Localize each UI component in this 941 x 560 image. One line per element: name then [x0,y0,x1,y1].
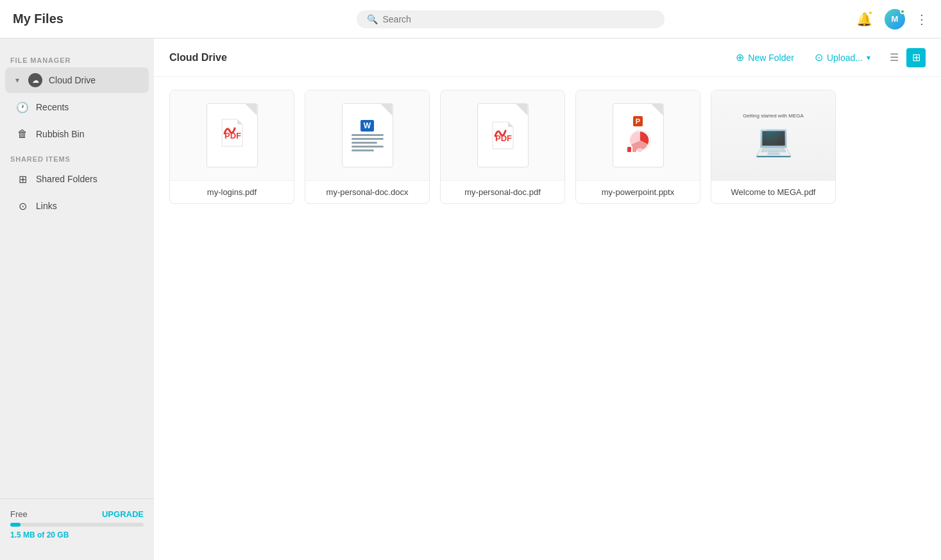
sidebar-item-cloud-drive[interactable]: ▾ ☁ Cloud Drive [5,67,149,93]
chevron-down-icon: ▾ [15,76,19,85]
more-options-button[interactable]: ⋮ [915,12,928,27]
ppt-badge: P [633,116,643,126]
file-card[interactable]: P [575,90,700,204]
sidebar-item-label: Cloud Drive [49,75,96,85]
grid-view-button[interactable]: ⊞ [906,48,926,67]
ppt-chart-icon [622,129,654,155]
pdf-icon: PDF [477,103,529,167]
search-bar: 🔍 [357,10,665,28]
file-name: my-personal-doc.docx [305,180,429,203]
sidebar-item-shared-folders[interactable]: ⊞ Shared Folders [5,166,149,192]
search-input[interactable] [383,14,654,24]
cloud-icon: ☁ [28,73,42,87]
search-icon: 🔍 [367,14,378,24]
storage-bar-fill [10,523,21,527]
upload-button[interactable]: ⊙ Upload... ▾ [808,47,877,67]
main-layout: FILE MANAGER ▾ ☁ Cloud Drive 🕐 Recents 🗑… [0,38,941,560]
file-card[interactable]: PDF my-personal-doc.pdf [440,90,565,204]
svg-rect-3 [627,147,631,152]
sidebar-item-links[interactable]: ⊙ Links [5,193,149,219]
file-name: my-personal-doc.pdf [441,180,564,203]
breadcrumb: Cloud Drive [169,52,722,64]
file-preview: PDF [441,90,564,180]
pdf-symbol: PDF [219,117,245,155]
welcome-pdf-preview: Getting started with MEGA 💻 [711,90,835,180]
online-indicator [900,9,905,14]
word-icon: W [342,103,393,167]
sidebar-item-rubbish-bin[interactable]: 🗑 Rubbish Bin [5,121,149,147]
storage-free-label: Free [10,509,28,519]
trash-icon: 🗑 [15,127,30,141]
plus-circle-icon: ⊕ [736,51,744,64]
sidebar-item-recents[interactable]: 🕐 Recents [5,94,149,120]
file-preview: PDF [170,90,294,180]
file-preview: W [305,90,429,180]
link-icon: ⊙ [15,199,30,213]
file-name: my-powerpoint.pptx [576,180,700,203]
clock-icon: 🕐 [15,100,30,114]
welcome-preview-text: Getting started with MEGA [743,113,804,119]
view-toggle: ☰ ⊞ [885,48,926,67]
search-container: 🔍 [167,10,854,28]
storage-label-row: Free UPGRADE [10,509,144,519]
upload-icon: ⊙ [815,51,823,64]
list-view-button[interactable]: ☰ [885,48,904,67]
file-name: Welcome to MEGA.pdf [711,180,835,203]
avatar[interactable]: M [885,9,905,30]
sidebar: FILE MANAGER ▾ ☁ Cloud Drive 🕐 Recents 🗑… [0,38,154,560]
storage-bar [10,523,144,527]
content-toolbar: Cloud Drive ⊕ New Folder ⊙ Upload... ▾ ☰… [154,38,941,77]
file-card[interactable]: W my-personal-doc.docx [305,90,430,204]
notification-dot [868,10,873,15]
sidebar-section-file-manager: FILE MANAGER [0,49,154,67]
pdf-icon: PDF [207,103,258,167]
new-folder-button[interactable]: ⊕ New Folder [729,47,801,67]
notification-bell-button[interactable]: 🔔 [854,9,874,30]
upgrade-button[interactable]: UPGRADE [102,509,144,519]
ppt-icon: P [613,103,664,167]
svg-rect-5 [638,148,641,152]
sidebar-item-label: Links [36,201,57,211]
sidebar-item-label: Rubbish Bin [36,129,85,139]
svg-rect-4 [632,144,636,152]
app-title: My Files [13,12,167,26]
word-badge: W [360,120,374,132]
storage-info: 1.5 MB of 20 GB [10,530,144,539]
sidebar-section-shared: SHARED ITEMS [0,148,154,165]
sidebar-item-label: Recents [36,102,69,112]
file-grid: PDF my-logins.pdf W [154,77,941,560]
header-actions: 🔔 M ⋮ [854,9,928,30]
sidebar-footer: Free UPGRADE 1.5 MB of 20 GB [0,498,154,550]
file-preview: Getting started with MEGA 💻 [711,90,835,180]
content-area: Cloud Drive ⊕ New Folder ⊙ Upload... ▾ ☰… [154,38,941,560]
shared-folders-icon: ⊞ [15,172,30,186]
file-preview: P [576,90,700,180]
upload-dropdown-icon[interactable]: ▾ [867,53,870,62]
app-header: My Files 🔍 🔔 M ⋮ [0,0,941,38]
file-card[interactable]: Getting started with MEGA 💻 Welcome to M… [711,90,836,204]
laptop-icon: 💻 [754,123,793,158]
file-name: my-logins.pdf [170,180,294,203]
sidebar-item-label: Shared Folders [36,174,97,184]
file-card[interactable]: PDF my-logins.pdf [169,90,294,204]
